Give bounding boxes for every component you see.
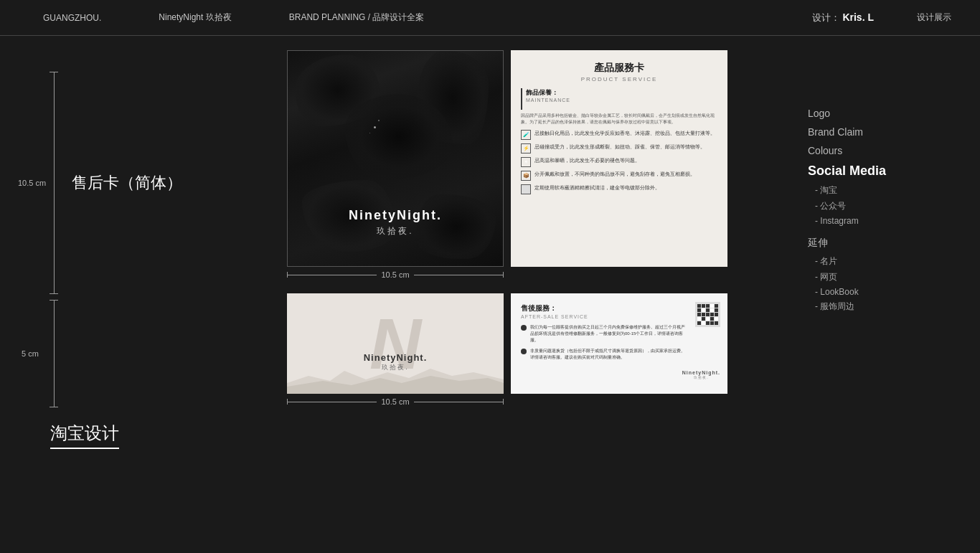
after-sale-card: NinetyNight. 玖拾夜. 售後服務： AFTER-SALE SERVI… bbox=[511, 293, 727, 394]
left-section: 10.5 cm 售后卡（简体） 5 cm 淘宝设计 bbox=[43, 50, 273, 539]
service-card: 產品服務卡 PRODUCT SERVICE 飾品保養： MAINTENANCE … bbox=[511, 50, 727, 267]
top-card-pair: NinetyNight. 玖拾夜. 產品服務卡 PRODUCT SERVICE bbox=[287, 50, 793, 267]
header-brand-location: GUANGZHOU. bbox=[43, 13, 101, 23]
sidebar-sub-webpage[interactable]: - 网页 bbox=[815, 271, 951, 283]
qr-code bbox=[695, 302, 720, 327]
bottom-width-dim: 10.5 cm bbox=[287, 397, 793, 406]
dim-label-top: 10.5 cm bbox=[18, 179, 46, 187]
front-card-wrapper: NinetyNight. 玖拾夜. bbox=[287, 50, 504, 267]
header: GUANGZHOU. NinetyNight 玖拾夜 BRAND PLANNIN… bbox=[0, 0, 980, 36]
sidebar-item-colours[interactable]: Colours bbox=[808, 145, 951, 156]
maint-title: 飾品保養： bbox=[526, 88, 570, 98]
taobao-label: 淘宝设计 bbox=[50, 422, 119, 449]
after-sale-item-2: 非质量问题退换货（包括但不限于戒指尺寸调换等退货原因），由买家承担运费。详情请咨… bbox=[521, 348, 717, 361]
top-width-dim: 10.5 cm bbox=[287, 270, 793, 279]
bottom-front-brand: NinetyNight. 玖拾夜. bbox=[364, 352, 428, 372]
sidebar-item-logo[interactable]: Logo bbox=[808, 108, 951, 119]
top-card-row: NinetyNight. 玖拾夜. 產品服務卡 PRODUCT SERVICE bbox=[287, 50, 793, 279]
service-item-4: 📦 分开佩戴和放置，不同种类的饰品放不同，避免刮存着，避免互相磨损。 bbox=[521, 171, 717, 181]
service-card-title: 產品服務卡 bbox=[521, 62, 717, 75]
cards-section: NinetyNight. 玖拾夜. 產品服務卡 PRODUCT SERVICE bbox=[287, 50, 793, 539]
front-card-brand-text: NinetyNight. 玖拾夜. bbox=[349, 208, 442, 237]
header-planning: BRAND PLANNING / 品牌设计全案 bbox=[289, 11, 425, 24]
service-item-3: ☀ 忌高温和暴晒，比此发生不必要的褪色等问题。 bbox=[521, 157, 717, 167]
header-brand-name: NinetyNight 玖拾夜 bbox=[159, 11, 231, 24]
sidebar-sub-instagram[interactable]: - Instagram bbox=[815, 216, 951, 226]
dim-label-bottom: 5 cm bbox=[22, 349, 39, 358]
after-sale-card-wrapper: NinetyNight. 玖拾夜. 售後服務： AFTER-SALE SERVI… bbox=[511, 293, 727, 394]
sidebar-item-extension[interactable]: 延伸 bbox=[808, 237, 951, 250]
bottom-front-card: N NinetyNight. 玖拾夜. bbox=[287, 293, 504, 394]
service-card-wrapper: 產品服務卡 PRODUCT SERVICE 飾品保養： MAINTENANCE … bbox=[511, 50, 727, 267]
sidebar-sub-accessories[interactable]: - 服饰周边 bbox=[815, 301, 951, 313]
sidebar-item-brand-claim[interactable]: Brand Claim bbox=[808, 126, 951, 138]
design-show-label: 设计展示 bbox=[917, 11, 951, 24]
after-sale-subtitle: AFTER-SALE SERVICE bbox=[521, 314, 717, 319]
bottom-card-row: N NinetyNight. 玖拾夜. bbox=[287, 293, 793, 406]
service-card-subtitle: PRODUCT SERVICE bbox=[521, 76, 717, 82]
service-item-1: 🧪 忌接触日化用品，比此发生化学反应如香皂、沐浴露、挖妆品、包括大量打液等。 bbox=[521, 130, 717, 140]
after-sale-item-1: 我们为每一位顾客提供自购买之日起三个月内免费保修维护服务。超过三个月视产品损坏情… bbox=[521, 324, 717, 344]
sidebar-sub-namecard[interactable]: - 名片 bbox=[815, 255, 951, 268]
header-right: 设计： Kris. L 设计展示 bbox=[812, 11, 951, 24]
header-left: GUANGZHOU. NinetyNight 玖拾夜 BRAND PLANNIN… bbox=[43, 11, 424, 24]
right-sidebar: Logo Brand Claim Colours Social Media - … bbox=[808, 50, 951, 539]
maint-desc: 因品牌产品采用多种包括镀金、抛白等较杂金属工艺，较长时间佩戴后，会产生划痕或发生… bbox=[521, 113, 717, 126]
sidebar-item-social-media[interactable]: Social Media bbox=[808, 164, 951, 179]
maint-subtitle: MAINTENANCE bbox=[526, 98, 570, 103]
designer-info: 设计： Kris. L bbox=[812, 11, 874, 24]
sidebar-sub-taobao[interactable]: - 淘宝 bbox=[815, 184, 951, 197]
after-sale-title: 售後服務： bbox=[521, 303, 717, 313]
bottom-card-pair: N NinetyNight. 玖拾夜. bbox=[287, 293, 793, 394]
sidebar-sub-wechat[interactable]: - 公众号 bbox=[815, 200, 951, 212]
bottom-front-card-wrapper: N NinetyNight. 玖拾夜. bbox=[287, 293, 504, 394]
after-sale-brand: NinetyNight. 玖拾夜. bbox=[682, 370, 720, 379]
front-card: NinetyNight. 玖拾夜. bbox=[287, 50, 504, 267]
sidebar-sub-lookbook[interactable]: - LookBook bbox=[815, 287, 951, 297]
card-section-label: 售后卡（简体） bbox=[72, 172, 182, 194]
service-item-5: 定期使用软布蘸酒精精擦拭清洁，建金等电镀部分除外。 bbox=[521, 184, 717, 194]
main-content: 10.5 cm 售后卡（简体） 5 cm 淘宝设计 bbox=[0, 36, 980, 553]
service-item-2: ⚡ 忌碰撞或受力，比此发生形成断裂、如扭动、踩雀、保管、邮运消等情物等。 bbox=[521, 143, 717, 153]
sidebar-nav: Logo Brand Claim Colours Social Media - … bbox=[808, 108, 951, 313]
